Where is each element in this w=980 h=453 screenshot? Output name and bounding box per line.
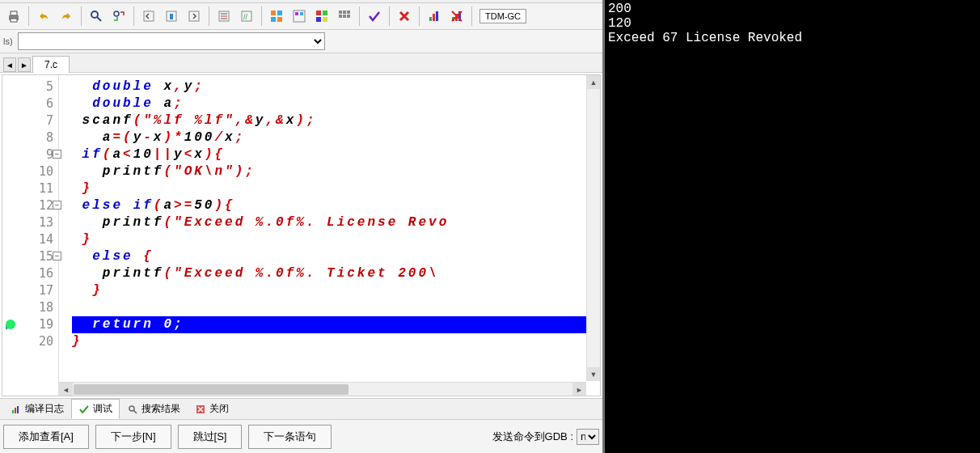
svg-rect-34 [433, 14, 435, 21]
svg-rect-27 [339, 11, 342, 14]
main-toolbar: // TDM-GC [0, 3, 602, 30]
undo-icon[interactable] [33, 6, 54, 27]
find-icon[interactable] [86, 6, 107, 27]
profile-icon[interactable] [424, 6, 445, 27]
bookmark-icon[interactable] [161, 6, 182, 27]
svg-rect-35 [436, 11, 438, 21]
run-icon[interactable] [289, 6, 310, 27]
svg-point-3 [91, 11, 98, 18]
svg-rect-21 [295, 12, 298, 15]
svg-rect-40 [15, 408, 16, 413]
class-selector-bar: ls) [0, 30, 602, 53]
compiler-select[interactable]: TDM-GC [479, 9, 526, 23]
code-editor[interactable]: double x,y; double a; scanf("%lf %lf",&y… [59, 75, 600, 396]
svg-point-5 [114, 11, 119, 16]
class-label: ls) [3, 36, 13, 46]
tab-prev-icon[interactable]: ◄ [3, 57, 16, 72]
svg-rect-17 [277, 11, 282, 15]
compile-icon[interactable] [266, 6, 287, 27]
scroll-left-icon[interactable]: ◄ [59, 383, 73, 396]
svg-rect-2 [11, 19, 17, 22]
vertical-scrollbar[interactable]: ▲ ▼ [586, 75, 600, 381]
replace-icon[interactable] [108, 6, 129, 27]
svg-rect-39 [12, 410, 14, 413]
svg-rect-16 [271, 11, 276, 15]
gdb-command-select[interactable]: n [577, 429, 599, 445]
svg-rect-25 [316, 17, 321, 22]
goto-line-icon[interactable] [213, 6, 234, 27]
next-step-button[interactable]: 下一步[N] [95, 425, 171, 449]
tab-file[interactable]: 7.c [32, 56, 70, 73]
svg-rect-26 [323, 17, 327, 22]
svg-rect-23 [316, 11, 321, 15]
console-output: 200 120 Exceed 67 License Revoked [605, 0, 980, 453]
gdb-label: 发送命令到GDB : [492, 430, 573, 444]
tab-compile-log[interactable]: 编译日志 [3, 399, 71, 419]
scroll-right-icon[interactable]: ► [572, 383, 586, 396]
step-over-button[interactable]: 跳过[S] [178, 425, 243, 449]
member-select[interactable] [18, 32, 325, 50]
svg-rect-28 [343, 11, 346, 14]
svg-rect-30 [339, 15, 342, 18]
editor-tabbar: ◄ ► 7.c [0, 53, 602, 73]
compile-run-icon[interactable] [311, 6, 332, 27]
tab-debug[interactable]: 调试 [71, 399, 120, 419]
svg-rect-41 [17, 406, 19, 413]
svg-line-43 [133, 410, 137, 413]
scroll-down-icon[interactable]: ▼ [587, 367, 600, 381]
svg-text://: // [243, 13, 248, 21]
svg-rect-19 [277, 17, 282, 22]
ide-panel: // TDM-GC ls) ◄ ► 7.c 5 6 7 8 9− [0, 0, 605, 453]
svg-rect-31 [343, 15, 346, 18]
next-statement-button[interactable]: 下一条语句 [248, 425, 332, 449]
svg-rect-8 [170, 14, 173, 19]
debug-toolbar: 添加查看[A] 下一步[N] 跳过[S] 下一条语句 发送命令到GDB : n [0, 419, 602, 453]
comment-icon[interactable]: // [236, 6, 257, 27]
add-watch-button[interactable]: 添加查看[A] [3, 425, 89, 449]
editor-area: 5 6 7 8 9− 10 11 12− 13 14 15− 16 17 18 … [0, 73, 602, 398]
bookmark-next-icon[interactable] [184, 6, 205, 27]
line-gutter[interactable]: 5 6 7 8 9− 10 11 12− 13 14 15− 16 17 18 … [2, 75, 59, 396]
redo-icon[interactable] [56, 6, 77, 27]
svg-rect-33 [429, 17, 432, 21]
debug-check-icon[interactable] [364, 6, 385, 27]
rebuild-icon[interactable] [334, 6, 355, 27]
svg-rect-32 [347, 15, 350, 18]
print-icon[interactable] [3, 6, 24, 27]
svg-rect-29 [347, 11, 350, 14]
tab-search-results[interactable]: 搜索结果 [120, 399, 188, 419]
svg-rect-6 [144, 11, 154, 21]
svg-rect-24 [323, 11, 327, 15]
bookmark-prev-icon[interactable] [138, 6, 159, 27]
svg-rect-1 [11, 11, 17, 15]
breakpoint-icon[interactable] [6, 320, 15, 329]
stop-icon[interactable] [394, 6, 415, 27]
tab-close[interactable]: 关闭 [188, 399, 236, 419]
bottom-tabs: 编译日志 调试 搜索结果 关闭 [0, 398, 602, 419]
svg-line-4 [97, 17, 101, 21]
scroll-thumb[interactable] [74, 384, 348, 395]
horizontal-scrollbar[interactable]: ◄ ► [59, 382, 586, 396]
delete-profile-icon[interactable] [446, 6, 467, 27]
svg-rect-18 [271, 17, 276, 22]
svg-rect-22 [300, 12, 303, 15]
tab-next-icon[interactable]: ► [18, 57, 31, 72]
svg-rect-9 [189, 11, 199, 21]
gdb-command-box: 发送命令到GDB : n [492, 429, 599, 445]
scroll-up-icon[interactable]: ▲ [587, 75, 600, 89]
